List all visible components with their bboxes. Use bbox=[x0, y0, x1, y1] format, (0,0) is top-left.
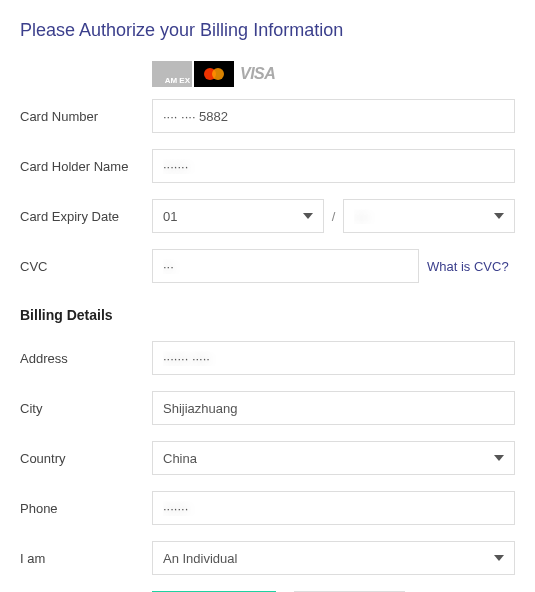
card-number-label: Card Number bbox=[20, 109, 152, 124]
cvc-help-link[interactable]: What is CVC? bbox=[427, 259, 509, 274]
city-input[interactable] bbox=[152, 391, 515, 425]
iam-select[interactable]: An Individual bbox=[152, 541, 515, 575]
expiry-month-select[interactable]: 01 bbox=[152, 199, 324, 233]
address-label: Address bbox=[20, 351, 152, 366]
cvc-input[interactable] bbox=[152, 249, 419, 283]
expiry-separator: / bbox=[332, 209, 336, 224]
mastercard-icon bbox=[194, 61, 234, 87]
phone-label: Phone bbox=[20, 501, 152, 516]
address-input[interactable] bbox=[152, 341, 515, 375]
city-label: City bbox=[20, 401, 152, 416]
card-logos: AM EX VISA bbox=[152, 61, 515, 87]
expiry-label: Card Expiry Date bbox=[20, 209, 152, 224]
phone-input[interactable] bbox=[152, 491, 515, 525]
country-label: Country bbox=[20, 451, 152, 466]
page-title: Please Authorize your Billing Informatio… bbox=[20, 20, 515, 41]
cvc-label: CVC bbox=[20, 259, 152, 274]
iam-label: I am bbox=[20, 551, 152, 566]
card-holder-input[interactable] bbox=[152, 149, 515, 183]
country-select[interactable]: China bbox=[152, 441, 515, 475]
amex-icon: AM EX bbox=[152, 61, 192, 87]
card-holder-label: Card Holder Name bbox=[20, 159, 152, 174]
card-number-input[interactable] bbox=[152, 99, 515, 133]
visa-icon: VISA bbox=[236, 65, 275, 83]
billing-section-title: Billing Details bbox=[20, 307, 515, 323]
expiry-year-select[interactable]: ···· bbox=[343, 199, 515, 233]
